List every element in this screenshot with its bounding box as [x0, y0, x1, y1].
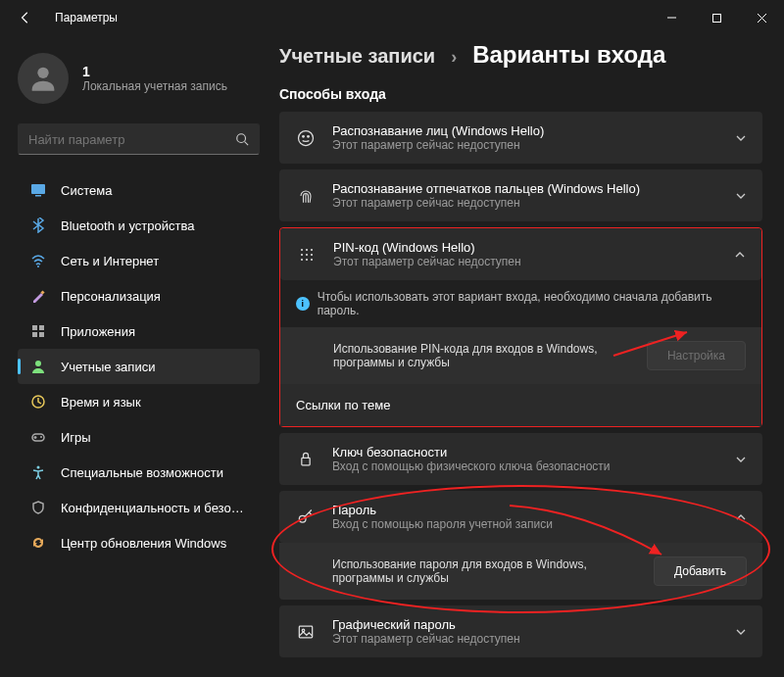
option-fingerprint[interactable]: Распознавание отпечатков пальцев (Window… — [279, 169, 762, 221]
pin-setup-button[interactable]: Настройка — [647, 341, 746, 370]
sidebar-item-label: Сеть и Интернет — [61, 254, 248, 268]
password-desc: Использование пароля для входов в Window… — [332, 557, 642, 585]
password-sub: Вход с помощью пароля учетной записи — [332, 517, 719, 531]
svg-point-22 — [301, 253, 303, 255]
breadcrumb: Учетные записи › Варианты входа — [279, 41, 762, 69]
titlebar: Параметры — [0, 0, 784, 35]
sidebar-item-label: Персонализация — [61, 289, 248, 304]
svg-rect-10 — [39, 332, 44, 337]
svg-point-21 — [311, 248, 313, 250]
sidebar-item-privacy[interactable]: Конфиденциальность и безопасность — [18, 490, 260, 525]
svg-point-29 — [299, 515, 306, 522]
svg-rect-0 — [712, 14, 720, 22]
option-security-key[interactable]: Ключ безопасности Вход с помощью физичес… — [279, 433, 762, 485]
svg-rect-30 — [299, 626, 312, 638]
svg-rect-4 — [35, 195, 41, 197]
key-icon — [295, 450, 317, 469]
search-icon — [235, 132, 249, 146]
svg-point-17 — [303, 135, 305, 137]
apps-icon — [29, 322, 47, 340]
sidebar-item-accounts[interactable]: Учетные записи — [18, 349, 260, 384]
sidebar-item-time[interactable]: Время и язык — [18, 384, 260, 419]
sidebar-item-label: Время и язык — [61, 395, 248, 410]
svg-point-26 — [306, 258, 308, 260]
personalization-icon — [29, 287, 47, 305]
sidebar-item-system[interactable]: Система — [18, 172, 260, 208]
minimize-button[interactable] — [649, 0, 694, 35]
pin-info: i Чтобы использовать этот вариант входа,… — [280, 280, 761, 327]
pin-related-links[interactable]: Ссылки по теме — [280, 384, 761, 426]
sidebar-item-label: Конфиденциальность и безопасность — [61, 501, 248, 515]
chevron-down-icon — [735, 190, 747, 202]
info-icon: i — [296, 297, 310, 311]
password-add-button[interactable]: Добавить — [654, 556, 747, 586]
picture-sub: Этот параметр сейчас недоступен — [332, 632, 719, 646]
nav-list: СистемаBluetooth и устройстваСеть и Инте… — [18, 172, 260, 560]
svg-point-19 — [301, 248, 303, 250]
svg-point-20 — [306, 248, 308, 250]
sidebar-item-bluetooth[interactable]: Bluetooth и устройства — [18, 208, 260, 243]
option-pin[interactable]: PIN-код (Windows Hello) Этот параметр се… — [280, 228, 761, 280]
breadcrumb-lvl2: Варианты входа — [472, 41, 665, 69]
svg-rect-8 — [39, 325, 44, 330]
sidebar-item-update[interactable]: Центр обновления Windows — [18, 525, 260, 560]
pin-desc: Использование PIN-кода для входов в Wind… — [333, 342, 635, 369]
close-button[interactable] — [739, 0, 784, 35]
pin-sub: Этот параметр сейчас недоступен — [333, 255, 718, 268]
fingerprint-icon — [295, 186, 317, 206]
accessibility-icon — [29, 463, 47, 481]
face-icon — [295, 128, 317, 148]
option-password-highlight: Пароль Вход с помощью пароля учетной зап… — [279, 491, 762, 600]
sidebar-item-personalization[interactable]: Персонализация — [18, 278, 260, 314]
svg-point-2 — [237, 134, 246, 143]
password-title: Пароль — [332, 503, 719, 517]
avatar — [18, 53, 69, 104]
sidebar-item-apps[interactable]: Приложения — [18, 314, 260, 349]
option-password[interactable]: Пароль Вход с помощью пароля учетной зап… — [279, 491, 762, 543]
svg-point-23 — [306, 253, 308, 255]
sidebar-item-label: Игры — [61, 430, 248, 445]
search-box[interactable] — [18, 123, 260, 155]
key-sub: Вход с помощью физического ключа безопас… — [332, 459, 719, 473]
picture-title: Графический пароль — [332, 617, 719, 632]
maximize-button[interactable] — [694, 0, 739, 35]
svg-point-1 — [37, 68, 48, 78]
pin-icon — [296, 245, 318, 265]
chevron-down-icon — [735, 454, 747, 465]
picture-icon — [295, 622, 317, 642]
password-config-row: Использование пароля для входов в Window… — [279, 543, 762, 600]
pin-title: PIN-код (Windows Hello) — [333, 240, 718, 255]
profile-block[interactable]: 1 Локальная учетная запись — [18, 53, 260, 104]
sidebar-item-gaming[interactable]: Игры — [18, 419, 260, 455]
chevron-down-icon — [735, 132, 747, 144]
svg-rect-28 — [302, 458, 310, 465]
option-picture-password[interactable]: Графический пароль Этот параметр сейчас … — [279, 605, 762, 657]
sidebar-item-label: Система — [61, 183, 248, 198]
svg-point-15 — [37, 466, 40, 469]
svg-rect-7 — [32, 325, 37, 330]
back-button[interactable] — [8, 0, 43, 35]
option-face[interactable]: Распознавание лиц (Windows Hello) Этот п… — [279, 112, 762, 164]
password-icon — [295, 508, 317, 527]
chevron-up-icon — [735, 511, 747, 523]
sidebar-item-label: Учетные записи — [61, 360, 248, 374]
face-title: Распознавание лиц (Windows Hello) — [332, 123, 719, 138]
update-icon — [29, 534, 47, 552]
bluetooth-icon — [29, 217, 47, 234]
breadcrumb-sep: › — [451, 47, 457, 68]
svg-rect-3 — [31, 184, 45, 194]
svg-point-18 — [308, 135, 310, 137]
breadcrumb-lvl1[interactable]: Учетные записи — [279, 45, 435, 68]
sidebar-item-label: Центр обновления Windows — [61, 536, 248, 551]
privacy-icon — [29, 499, 47, 516]
finger-sub: Этот параметр сейчас недоступен — [332, 196, 719, 210]
sidebar-item-network[interactable]: Сеть и Интернет — [18, 243, 260, 278]
pin-config-row: Использование PIN-кода для входов в Wind… — [280, 327, 761, 384]
profile-name: 1 — [82, 64, 227, 79]
gaming-icon — [29, 428, 47, 446]
sidebar-item-accessibility[interactable]: Специальные возможности — [18, 455, 260, 490]
section-heading: Способы входа — [279, 86, 762, 102]
search-input[interactable] — [28, 132, 235, 147]
time-icon — [29, 393, 47, 411]
main-content: Учетные записи › Варианты входа Способы … — [270, 35, 784, 677]
